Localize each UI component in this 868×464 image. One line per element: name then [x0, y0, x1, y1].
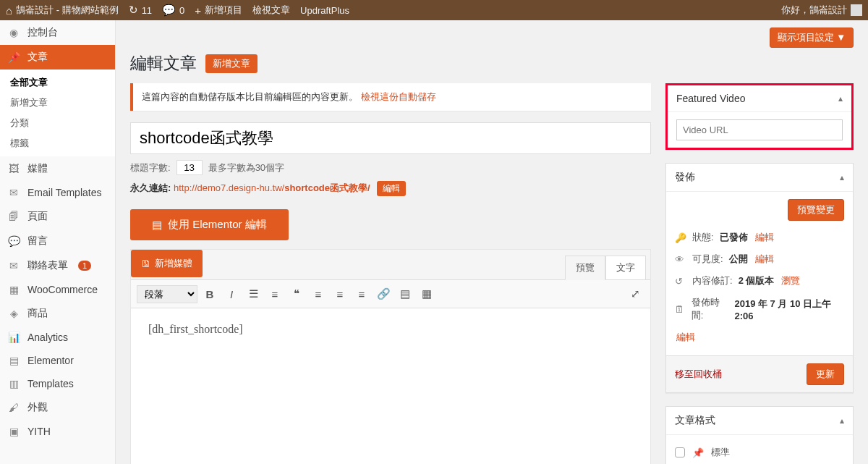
elementor-icon: ▤ [7, 355, 20, 366]
chevron-up-icon: ▴ [840, 416, 844, 426]
menu-dashboard[interactable]: ◉控制台 [0, 20, 115, 45]
elementor-edit-button[interactable]: ▤使用 Elementor 編輯 [130, 209, 289, 240]
dashboard-icon: ◉ [7, 27, 20, 38]
align-right-button[interactable]: ≡ [352, 284, 371, 303]
autosave-notice: 這篇內容的自動儲存版本比目前編輯區的內容更新。 檢視這份自動儲存 [130, 83, 651, 111]
menu-comments[interactable]: 💬留言 [0, 229, 115, 253]
update-button[interactable]: 更新 [807, 363, 844, 385]
chevron-up-icon: ▴ [838, 93, 843, 104]
post-title-input[interactable] [130, 122, 651, 154]
visibility-edit-link[interactable]: 編輯 [755, 253, 774, 266]
site-home-link[interactable]: ⌂鵠崙設計 - 購物網站範例 [6, 4, 119, 17]
calendar-icon: 🗓 [675, 304, 686, 315]
bold-button[interactable]: B [200, 284, 219, 303]
main-content: 顯示項目設定 ▼ 編輯文章 新增文章 這篇內容的自動儲存版本比目前編輯區的內容更… [116, 20, 868, 464]
publish-header[interactable]: 發佈▴ [666, 164, 853, 192]
home-icon: ⌂ [6, 4, 12, 17]
contact-badge: 1 [78, 261, 91, 271]
format-standard[interactable]: 📌標準 [675, 442, 844, 463]
number-list-button[interactable]: ≡ [265, 284, 284, 303]
add-new-button[interactable]: 新增文章 [205, 54, 258, 73]
menu-appearance[interactable]: 🖌外觀 [0, 395, 115, 420]
post-format-box: 文章格式▴ 📌標準 🖼圖庫 🖾圖片 [665, 406, 854, 464]
add-media-button[interactable]: 🖻新增媒體 [131, 250, 203, 277]
mail-icon: ✉ [7, 187, 20, 198]
permalink-label: 永久連結: [130, 182, 171, 193]
submenu-categories[interactable]: 分類 [0, 113, 115, 133]
revisions-browse-link[interactable]: 瀏覽 [781, 274, 800, 287]
menu-products[interactable]: ◈商品 [0, 301, 115, 326]
woo-icon: ▦ [7, 284, 20, 295]
admin-bar: ⌂鵠崙設計 - 購物網站範例 ↻11 💬0 +新增項目 檢視文章 Updraft… [0, 0, 868, 20]
elementor-icon: ▤ [152, 219, 162, 232]
media-icon: 🖻 [141, 258, 150, 269]
more-button[interactable]: ▤ [396, 284, 414, 303]
title-count-value[interactable] [176, 160, 203, 175]
post-format-header[interactable]: 文章格式▴ [666, 407, 853, 435]
submenu-tags[interactable]: 標籤 [0, 133, 115, 153]
move-to-trash-link[interactable]: 移至回收桶 [675, 368, 722, 381]
menu-woocommerce[interactable]: ▦WooCommerce [0, 278, 115, 301]
featured-video-box: Featured Video▴ [665, 83, 854, 150]
plus-icon: + [195, 4, 201, 17]
pin-icon: 📌 [692, 447, 704, 458]
comments-link[interactable]: 💬0 [162, 4, 184, 17]
menu-analytics[interactable]: 📊Analytics [0, 326, 115, 349]
brush-icon: 🖌 [7, 402, 20, 413]
menu-posts[interactable]: 📌文章 [0, 45, 115, 69]
menu-pages[interactable]: 🗐頁面 [0, 204, 115, 229]
editor-box: 🖻新增媒體 預覽 文字 段落 B I ☰ ≡ ❝ ≡ ≡ ≡ 🔗 [130, 249, 651, 464]
italic-button[interactable]: I [222, 284, 241, 303]
refresh-icon: ↻ [129, 4, 138, 17]
editor-content[interactable]: [dh_first_shortcode] [131, 308, 650, 464]
status-edit-link[interactable]: 編輯 [755, 231, 774, 244]
media-icon: 🖾 [7, 163, 20, 174]
view-post-link[interactable]: 檢視文章 [252, 4, 290, 17]
user-greeting[interactable]: 你好，鵠崙設計 [781, 4, 862, 17]
video-url-input[interactable] [676, 119, 843, 140]
align-left-button[interactable]: ≡ [309, 284, 328, 303]
menu-email-templates[interactable]: ✉Email Templates [0, 181, 115, 204]
menu-elementor[interactable]: ▤Elementor [0, 349, 115, 372]
tab-visual[interactable]: 預覽 [565, 256, 605, 280]
templates-icon: ▥ [7, 378, 20, 389]
page-title: 編輯文章 [130, 52, 197, 75]
publish-box: 發佈▴ 預覽變更 🔑狀態: 已發佈 編輯 👁可見度: 公開 編輯 ↺內容修訂: … [665, 163, 854, 393]
page-icon: 🗐 [7, 211, 20, 222]
tab-text[interactable]: 文字 [605, 256, 646, 280]
quote-button[interactable]: ❝ [287, 284, 306, 303]
key-icon: 🔑 [675, 232, 686, 243]
align-center-button[interactable]: ≡ [331, 284, 349, 303]
menu-media[interactable]: 🖾媒體 [0, 156, 115, 181]
date-edit-link[interactable]: 編輯 [676, 331, 695, 344]
menu-contact[interactable]: ✉聯絡表單1 [0, 253, 115, 278]
submenu-add-post[interactable]: 新增文章 [0, 93, 115, 113]
featured-video-header[interactable]: Featured Video▴ [668, 85, 851, 112]
eye-icon: 👁 [675, 254, 686, 265]
updraft-link[interactable]: UpdraftPlus [300, 5, 349, 16]
toolbar-toggle-button[interactable]: ▦ [417, 284, 436, 303]
permalink-edit-button[interactable]: 編輯 [377, 181, 406, 196]
submenu-all-posts[interactable]: 全部文章 [0, 72, 115, 93]
avatar-icon [851, 4, 862, 16]
link-button[interactable]: 🔗 [374, 284, 393, 303]
comment-icon: 💬 [162, 4, 176, 17]
editor-toolbar: 段落 B I ☰ ≡ ❝ ≡ ≡ ≡ 🔗 ▤ ▦ ⤢ [131, 280, 650, 308]
updates-link[interactable]: ↻11 [129, 4, 152, 17]
yith-icon: ▣ [7, 426, 20, 437]
preview-changes-button[interactable]: 預覽變更 [788, 199, 844, 221]
permalink-link[interactable]: http://demo7.design-hu.tw/shortcode函式教學/ [174, 182, 370, 193]
fullscreen-button[interactable]: ⤢ [626, 284, 644, 303]
screen-options-button[interactable]: 顯示項目設定 ▼ [770, 28, 854, 48]
autosave-view-link[interactable]: 檢視這份自動儲存 [361, 91, 436, 102]
chart-icon: 📊 [7, 332, 20, 343]
mail-icon: ✉ [7, 260, 20, 271]
menu-templates[interactable]: ▥Templates [0, 372, 115, 395]
new-item-link[interactable]: +新增項目 [195, 4, 242, 17]
format-select[interactable]: 段落 [137, 285, 197, 303]
menu-yith[interactable]: ▣YITH [0, 420, 115, 443]
title-count-max: 最多字數為30個字 [208, 161, 284, 174]
history-icon: ↺ [675, 276, 686, 287]
bullet-list-button[interactable]: ☰ [244, 284, 263, 303]
comment-icon: 💬 [7, 235, 20, 247]
